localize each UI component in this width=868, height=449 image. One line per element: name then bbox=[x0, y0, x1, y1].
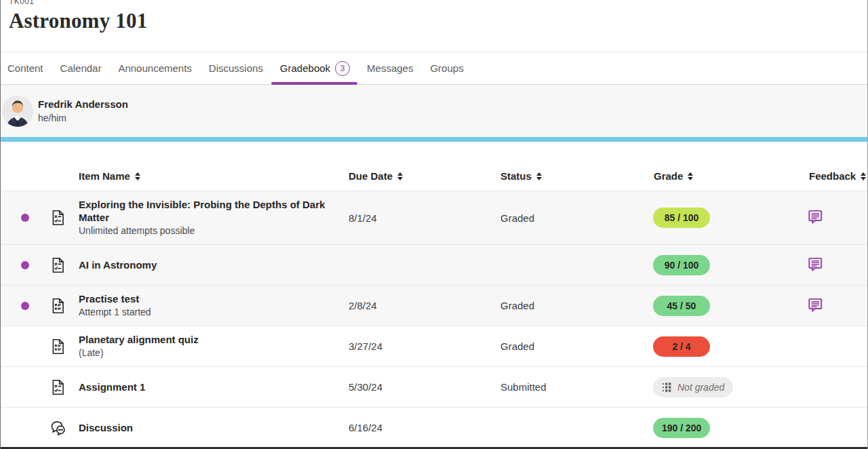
tab-content[interactable]: Content bbox=[7, 52, 43, 84]
grade-pill[interactable]: Not graded bbox=[653, 377, 733, 397]
student-pronouns: he/him bbox=[38, 113, 128, 123]
due-date: 2/8/24 bbox=[349, 300, 500, 311]
item-name-link[interactable]: Practise test bbox=[79, 292, 330, 305]
course-title: Astronomy 101 bbox=[9, 9, 867, 33]
item-subtitle: Attempt 1 started bbox=[79, 306, 349, 319]
feedback-button[interactable] bbox=[806, 255, 824, 273]
assignment-document-icon bbox=[50, 338, 79, 355]
status: Graded bbox=[500, 340, 653, 352]
table-row[interactable]: Assignment 1 5/30/24 Submitted Not grade… bbox=[1, 366, 867, 407]
test-document-icon bbox=[50, 256, 79, 274]
course-page: TK001 Astronomy 101 Content Calendar Ann… bbox=[0, 0, 868, 449]
assignment-document-icon bbox=[50, 297, 79, 315]
tab-messages[interactable]: Messages bbox=[367, 52, 413, 84]
feedback-button[interactable] bbox=[806, 208, 824, 225]
due-date: 3/27/24 bbox=[349, 340, 500, 352]
discussion-icon bbox=[50, 419, 79, 437]
column-header-item-name[interactable]: Item Name bbox=[79, 170, 349, 182]
tab-label: Messages bbox=[367, 62, 413, 74]
grade-pill[interactable]: 90 / 100 bbox=[653, 255, 710, 275]
gradebook-table: Item Name Due Date Status Grade Feedback bbox=[1, 142, 867, 448]
test-document-icon bbox=[50, 209, 79, 227]
item-subtitle: (Late) bbox=[79, 347, 349, 359]
item-name-link[interactable]: Discussion bbox=[79, 421, 330, 434]
item-subtitle: Unlimited attempts possible bbox=[79, 224, 349, 237]
table-row[interactable]: AI in Astronomy 90 / 100 bbox=[1, 244, 867, 285]
tab-label: Calendar bbox=[60, 62, 102, 74]
tab-gradebook[interactable]: Gradebook 3 bbox=[280, 52, 350, 84]
status: Graded bbox=[500, 212, 653, 224]
table-row[interactable]: Exploring the Invisible: Probing the Dep… bbox=[1, 191, 867, 244]
course-header: TK001 Astronomy 101 bbox=[1, 0, 867, 52]
sort-icon bbox=[397, 172, 403, 180]
column-header-grade[interactable]: Grade bbox=[653, 170, 806, 182]
test-document-icon bbox=[50, 378, 79, 396]
grade-pill[interactable]: 45 / 50 bbox=[653, 296, 710, 316]
item-name-link[interactable]: Planetary alignment quiz bbox=[79, 333, 330, 346]
item-name-link[interactable]: AI in Astronomy bbox=[79, 258, 330, 271]
item-name-link[interactable]: Exploring the Invisible: Probing the Dep… bbox=[79, 198, 330, 224]
student-name: Fredrik Andersson bbox=[38, 98, 128, 110]
column-header-status[interactable]: Status bbox=[500, 170, 653, 182]
tab-groups[interactable]: Groups bbox=[430, 52, 463, 84]
table-row[interactable]: Planetary alignment quiz (Late) 3/27/24 … bbox=[1, 326, 867, 366]
due-date: 5/30/24 bbox=[349, 381, 500, 393]
table-header: Item Name Due Date Status Grade Feedback bbox=[1, 142, 867, 191]
tab-bar: Content Calendar Announcements Discussio… bbox=[1, 52, 867, 85]
sort-icon bbox=[861, 172, 866, 180]
tab-label: Gradebook bbox=[280, 62, 330, 74]
grade-pill[interactable]: 85 / 100 bbox=[653, 208, 710, 228]
avatar bbox=[2, 96, 33, 127]
sort-icon bbox=[135, 172, 140, 180]
sort-icon bbox=[536, 172, 542, 180]
tab-label: Announcements bbox=[118, 62, 191, 74]
tab-label: Content bbox=[7, 62, 43, 74]
table-row[interactable]: Practise test Attempt 1 started 2/8/24 G… bbox=[1, 285, 867, 326]
tab-badge: 3 bbox=[335, 61, 350, 76]
tab-label: Discussions bbox=[209, 62, 263, 74]
table-row[interactable]: Discussion 6/16/24 190 / 200 bbox=[1, 407, 867, 448]
due-date: 6/16/24 bbox=[349, 422, 500, 433]
column-header-due-date[interactable]: Due Date bbox=[349, 170, 500, 182]
tab-label: Groups bbox=[430, 62, 463, 74]
feedback-button[interactable] bbox=[806, 296, 824, 313]
student-meta: Fredrik Andersson he/him bbox=[38, 98, 128, 123]
table-body: Exploring the Invisible: Probing the Dep… bbox=[1, 191, 867, 448]
sort-icon bbox=[688, 172, 693, 180]
tab-discussions[interactable]: Discussions bbox=[209, 52, 263, 84]
tab-calendar[interactable]: Calendar bbox=[60, 52, 102, 84]
active-student-indicator-bar bbox=[1, 137, 867, 142]
new-activity-dot-icon bbox=[21, 302, 29, 310]
column-header-feedback[interactable]: Feedback bbox=[806, 170, 867, 182]
status: Graded bbox=[500, 300, 653, 311]
tab-announcements[interactable]: Announcements bbox=[118, 52, 191, 84]
new-activity-dot-icon bbox=[21, 214, 29, 222]
new-activity-dot-icon bbox=[21, 261, 29, 269]
grade-pill[interactable]: 190 / 200 bbox=[653, 418, 710, 438]
status: Submitted bbox=[500, 381, 653, 393]
item-name-link[interactable]: Assignment 1 bbox=[79, 380, 330, 393]
student-bar[interactable]: Fredrik Andersson he/him bbox=[1, 85, 867, 137]
avatar-photo-icon bbox=[2, 96, 33, 127]
course-code: TK001 bbox=[9, 0, 867, 6]
due-date: 8/1/24 bbox=[349, 212, 500, 224]
grade-pill[interactable]: 2 / 4 bbox=[653, 336, 710, 357]
